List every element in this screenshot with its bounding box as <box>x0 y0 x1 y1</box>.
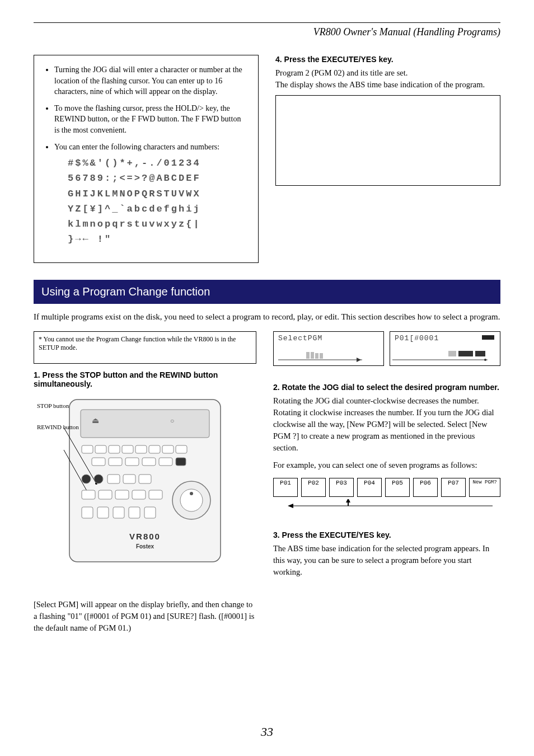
step2-para1: Rotating the JOG dial counter-clockwise … <box>273 395 500 454</box>
svg-rect-28 <box>132 490 146 499</box>
program-cell: P05 <box>385 478 410 497</box>
svg-rect-46 <box>448 351 456 356</box>
info-bullet-3: You can enter the following characters a… <box>54 142 248 247</box>
step1-post-text: [Select PGM] will appear on the display … <box>34 599 256 634</box>
program-cell: P06 <box>413 478 438 497</box>
svg-rect-12 <box>162 445 174 453</box>
svg-rect-24 <box>139 475 151 483</box>
left-column: Turning the JOG dial will enter a charac… <box>34 55 259 263</box>
program-cell: P03 <box>329 478 354 497</box>
svg-rect-32 <box>113 507 124 518</box>
svg-point-20 <box>82 475 91 483</box>
header-title: VR800 Owner's Manual (Handling Programs) <box>34 26 500 38</box>
program-cell: P01 <box>273 478 298 497</box>
step3b-body: The ABS time base indication for the sel… <box>273 543 500 578</box>
lcd-right: P01[#0001 <box>390 331 500 366</box>
svg-rect-40 <box>306 352 310 359</box>
svg-rect-9 <box>122 445 133 453</box>
svg-rect-15 <box>109 458 122 466</box>
header-rule <box>34 22 500 23</box>
svg-rect-26 <box>99 490 112 499</box>
svg-rect-13 <box>176 445 187 453</box>
page: VR800 Owner's Manual (Handling Programs)… <box>0 0 534 756</box>
svg-rect-47 <box>458 351 473 356</box>
program-cell: P04 <box>357 478 382 497</box>
step3b-heading: 3. Press the EXECUTE/YES key. <box>273 530 500 539</box>
step4-heading: 4. Press the EXECUTE/YES key. <box>275 55 500 64</box>
svg-rect-33 <box>129 507 140 518</box>
program-cell: P02 <box>301 478 326 497</box>
svg-rect-16 <box>125 458 139 466</box>
svg-rect-22 <box>107 475 120 483</box>
rewind-button-label: REWIND button <box>37 423 82 431</box>
charset-display: #$%&'()*+,-./01234 56789:;<=>?@ABCDEF GH… <box>68 156 248 247</box>
lcd-cursor-block <box>482 335 494 340</box>
section-intro: If multiple programs exist on the disk, … <box>34 311 500 323</box>
device-brand-text: VR800 <box>129 532 161 541</box>
device-illustration: VR800 Fostex ⏏ ○ <box>58 394 232 567</box>
note-box: * You cannot use the Program Change func… <box>34 331 256 364</box>
stop-button-label: STOP button <box>37 402 82 410</box>
svg-rect-8 <box>109 445 120 453</box>
svg-rect-1 <box>81 410 209 438</box>
svg-marker-45 <box>357 358 361 362</box>
program-cells-row: P01 P02 P03 P04 P05 P06 P07 New PGM? <box>273 478 500 497</box>
lower-columns: * You cannot use the Program Change func… <box>34 331 500 635</box>
svg-text:⏏: ⏏ <box>92 416 99 425</box>
section-title-bar: Using a Program Change function <box>34 280 500 304</box>
svg-rect-34 <box>144 507 156 518</box>
step4-body: Program 2 (PGM 02) and its title are set… <box>275 67 500 91</box>
program-arrows <box>281 499 493 516</box>
svg-rect-29 <box>149 490 162 499</box>
page-number: 33 <box>0 725 534 739</box>
right-column: 4. Press the EXECUTE/YES key. Program 2 … <box>275 55 500 263</box>
svg-rect-31 <box>97 507 109 518</box>
charset-line: #$%&'()*+,-./01234 <box>68 156 248 171</box>
character-info-box: Turning the JOG dial will enter a charac… <box>34 55 259 263</box>
charset-line: 56789:;<=>?@ABCDEF <box>68 171 248 186</box>
step2-heading: 2. Rotate the JOG dial to select the des… <box>273 383 500 392</box>
svg-rect-14 <box>92 458 105 466</box>
charset-line: YZ[¥]^_`abcdefghij <box>68 201 248 217</box>
charset-line: klmnopqrstuvwxyz{| <box>68 217 248 232</box>
lower-right-column: SelectPGM P01[#0001 <box>273 331 500 635</box>
svg-text:○: ○ <box>170 417 174 425</box>
charset-line: GHIJKLMNOPQRSTUVWX <box>68 186 248 201</box>
svg-rect-48 <box>475 351 485 356</box>
svg-rect-42 <box>315 353 318 359</box>
svg-rect-23 <box>123 475 135 483</box>
step4-display-placeholder <box>275 95 500 186</box>
step2-para2: For example, you can select one of seven… <box>273 459 500 471</box>
lower-left-column: * You cannot use the Program Change func… <box>34 331 256 635</box>
svg-rect-7 <box>95 445 106 453</box>
svg-point-37 <box>190 492 193 495</box>
device-sub-text: Fostex <box>136 543 154 550</box>
svg-rect-43 <box>320 353 323 359</box>
lcd-left-text: SelectPGM <box>278 334 379 342</box>
info-bullet-3-text: You can enter the following characters a… <box>54 143 219 151</box>
svg-point-50 <box>484 359 486 361</box>
info-bullet-2: To move the flashing cursor, press the H… <box>54 103 248 136</box>
svg-rect-11 <box>149 445 160 453</box>
svg-rect-17 <box>142 458 156 466</box>
info-bullet-1: Turning the JOG dial will enter a charac… <box>54 64 248 97</box>
svg-rect-19 <box>176 458 186 466</box>
lcd-left-bars <box>278 348 362 363</box>
step1-heading: 1. Press the STOP button and the REWIND … <box>34 370 256 388</box>
svg-rect-25 <box>82 490 95 499</box>
program-cell-new: New PGM? <box>469 478 500 497</box>
svg-point-21 <box>94 475 103 483</box>
top-columns: Turning the JOG dial will enter a charac… <box>34 55 500 263</box>
svg-rect-27 <box>115 490 129 499</box>
svg-rect-6 <box>82 445 93 453</box>
svg-marker-52 <box>288 504 293 508</box>
charset-line: }→← !" <box>68 232 248 247</box>
svg-rect-10 <box>135 445 147 453</box>
lcd-left: SelectPGM <box>273 331 384 366</box>
lcd-pair: SelectPGM P01[#0001 <box>273 331 500 366</box>
svg-rect-41 <box>311 352 314 359</box>
svg-marker-54 <box>346 499 350 503</box>
lcd-right-bars <box>392 348 488 363</box>
svg-rect-30 <box>82 507 93 518</box>
lcd-right-text: P01[#0001 <box>395 334 495 342</box>
